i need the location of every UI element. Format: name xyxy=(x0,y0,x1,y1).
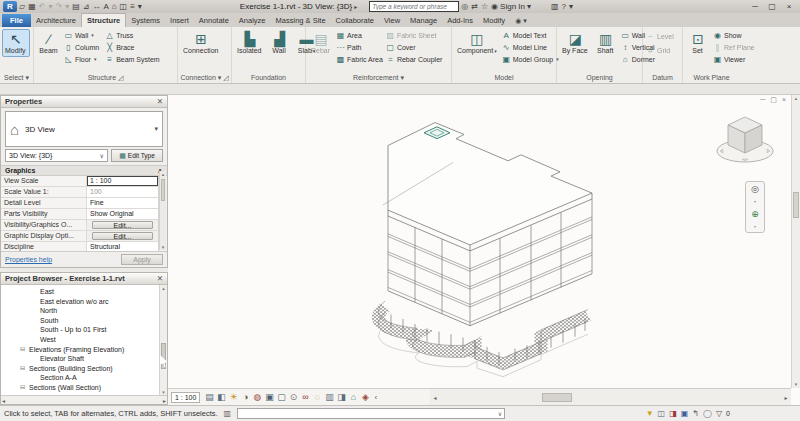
set-work-plane-button[interactable]: ⊡ Set xyxy=(685,29,711,57)
lock-view-icon[interactable]: ⊙ xyxy=(287,392,299,402)
property-row[interactable]: View Scale 1 : 100 xyxy=(1,176,158,187)
property-row[interactable]: Visibility/Graphics O... Edit... xyxy=(1,220,158,231)
show-crop-region-icon[interactable]: ▢ xyxy=(275,392,287,402)
tab-modify[interactable]: Modify xyxy=(478,14,510,27)
selection-filter-icon[interactable]: ▽ xyxy=(716,409,722,418)
default-3d-view-icon[interactable]: ⌂ xyxy=(112,1,117,12)
tree-expand-icon[interactable]: ⊟ xyxy=(20,383,27,393)
exchange-apps-icon[interactable]: ⇄ xyxy=(471,1,478,12)
sign-in-icon[interactable]: ◉ xyxy=(491,1,498,12)
project-browser-header[interactable]: Project Browser - Exercise 1-1.rvt ✕ xyxy=(1,273,167,285)
tab-add-ins[interactable]: Add-Ins xyxy=(442,14,478,27)
redo-dropdown-icon[interactable]: ▾ xyxy=(65,1,69,12)
level-button[interactable]: − Level xyxy=(645,29,675,43)
sign-in-button[interactable]: Sign In ▾ xyxy=(500,1,531,12)
sun-path-icon[interactable]: ☀ xyxy=(227,392,239,402)
rendering-dialog-icon[interactable]: ◍ xyxy=(251,392,263,402)
tab-manage[interactable]: Manage xyxy=(405,14,442,27)
column-button[interactable]: ▯ Column xyxy=(63,41,103,53)
properties-help-link[interactable]: Properties help xyxy=(5,256,52,263)
tree-item[interactable]: West xyxy=(1,335,167,345)
editable-only-icon[interactable]: ◨ xyxy=(669,409,677,418)
property-value[interactable]: Edit... xyxy=(92,232,153,240)
tab-architecture[interactable]: Architecture xyxy=(31,14,81,27)
chevron-down-icon[interactable]: ▾ xyxy=(154,125,158,133)
panel-label-datum[interactable]: Datum xyxy=(643,72,682,83)
restore-icon[interactable]: ▢ xyxy=(764,2,780,11)
tree-item[interactable]: East xyxy=(1,287,167,297)
worksets-icon[interactable]: ▥ xyxy=(224,409,232,418)
tab-structure[interactable]: Structure xyxy=(81,13,126,27)
tree-item[interactable]: ⊟ Sections (Wall Section) xyxy=(1,383,167,393)
opening-by-face-button[interactable]: ◪ By Face xyxy=(559,29,592,57)
modify-button[interactable]: ↖ Modify xyxy=(2,29,30,57)
design-options-combo[interactable]: ∨ xyxy=(237,408,505,419)
favorites-icon[interactable]: ☆ xyxy=(481,1,488,12)
path-reinforcement-button[interactable]: ⋯ Path xyxy=(335,41,384,53)
view-cube[interactable] xyxy=(714,109,776,167)
reveal-hidden-elements-icon[interactable]: ◌ xyxy=(311,392,323,402)
tab-systems[interactable]: Systems xyxy=(126,14,165,27)
analytical-model-icon[interactable]: ⌂ xyxy=(347,392,359,402)
tree-item[interactable]: South - Up to 01 First xyxy=(1,325,167,335)
displacement-sets-icon[interactable]: ◈ xyxy=(359,392,371,402)
component-button[interactable]: ◫ Component▾ xyxy=(454,29,500,57)
temporary-hide-isolate-icon[interactable]: ∞ xyxy=(299,392,311,402)
shaft-opening-button[interactable]: ▥ Shaft xyxy=(593,29,619,57)
print-icon[interactable]: ▤ xyxy=(72,1,80,12)
text-icon[interactable]: A xyxy=(103,1,108,12)
minimize-icon[interactable]: ─ xyxy=(747,2,763,11)
tree-item[interactable]: South xyxy=(1,316,167,326)
area-reinforcement-button[interactable]: ▦ Area xyxy=(335,29,384,41)
help-dropdown-icon[interactable]: ▾ xyxy=(569,1,573,12)
filter-funnel-icon[interactable]: ▼ xyxy=(646,409,654,418)
press-drag-icon[interactable]: ↰ xyxy=(692,409,699,418)
panel-display-toggle-icon[interactable]: ◉ ▾ xyxy=(515,17,527,27)
edit-type-button[interactable]: ▦ Edit Type xyxy=(111,149,163,162)
properties-header[interactable]: Properties ✕ xyxy=(1,96,167,108)
close-icon[interactable]: ✕ xyxy=(157,274,163,283)
close-icon[interactable]: ✕ xyxy=(157,97,163,106)
fabric-sheet-button[interactable]: ▨ Fabric Sheet xyxy=(385,29,444,41)
view-scale-button[interactable]: 1 : 100 xyxy=(171,392,200,403)
3d-building-model[interactable] xyxy=(335,103,665,403)
tab-massing-site[interactable]: Massing & Site xyxy=(271,14,331,27)
truss-button[interactable]: △ Truss xyxy=(104,29,164,41)
collapse-vcb-icon[interactable]: ‹ xyxy=(374,393,377,402)
scroll-thumb[interactable] xyxy=(793,192,799,218)
panel-label-select[interactable]: Select ▾ xyxy=(0,72,33,83)
model-text-button[interactable]: A Model Text xyxy=(501,29,560,41)
scroll-right-icon[interactable]: ▸ xyxy=(781,394,791,401)
rebar-coupler-button[interactable]: = Rebar Coupler xyxy=(385,53,444,65)
rebar-button[interactable]: ▤ Rebar xyxy=(308,29,334,57)
brace-button[interactable]: ╳ Brace xyxy=(104,41,164,53)
scroll-left-icon[interactable]: ◂ xyxy=(430,394,440,401)
view-restore-icon[interactable]: ▢ xyxy=(770,96,777,104)
close-icon[interactable]: × xyxy=(781,2,797,11)
connection-button[interactable]: ⊞ Connection xyxy=(180,29,222,57)
beam-button[interactable]: ∕ Beam xyxy=(36,29,62,57)
panel-label-model[interactable]: Model xyxy=(452,72,556,83)
crop-view-icon[interactable]: ▣ xyxy=(263,392,275,402)
panel-label-structure[interactable]: Structure ◿ xyxy=(34,72,177,83)
model-line-button[interactable]: ∿ Model Line xyxy=(501,41,560,53)
customize-qat-icon[interactable]: ▾ xyxy=(138,1,142,12)
app-store-icon[interactable]: ▥ xyxy=(551,1,559,12)
app-logo-button[interactable]: R xyxy=(3,1,17,12)
help-icon[interactable]: ? xyxy=(562,1,566,12)
measure-icon[interactable]: ⊿ xyxy=(83,1,90,12)
property-value[interactable]: Structural xyxy=(87,242,158,251)
undo-icon[interactable]: ↶ xyxy=(39,1,46,12)
property-row[interactable]: Scale Value 1: 100 xyxy=(1,187,158,198)
scroll-down-icon[interactable]: ▾ xyxy=(792,381,800,387)
cover-button[interactable]: ▢ Cover xyxy=(385,41,444,53)
undo-dropdown-icon[interactable]: ▾ xyxy=(48,1,52,12)
property-value[interactable]: Fine xyxy=(87,198,158,208)
tab-file[interactable]: File xyxy=(2,14,31,27)
panel-label-reinforcement[interactable]: Reinforcement ▾ xyxy=(306,72,451,83)
type-selector[interactable]: ⌂ 3D View ▾ xyxy=(5,111,163,147)
exclude-options-icon[interactable]: ◫ xyxy=(658,409,666,418)
wall-button[interactable]: ▭ Wall ▾ xyxy=(63,29,103,41)
ref-plane-button[interactable]: ∥ Ref Plane xyxy=(712,41,756,53)
view-close-icon[interactable]: × xyxy=(782,96,786,104)
